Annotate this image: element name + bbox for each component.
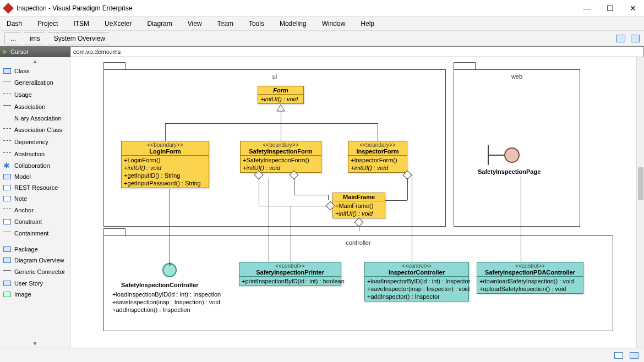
class-form[interactable]: Form +initUI() : void — [258, 86, 304, 104]
menu-project[interactable]: Project — [37, 20, 58, 28]
tool-n-ary-association[interactable]: N-ary Association — [0, 113, 70, 124]
class-sif-stereo: <<boundary>> — [243, 142, 319, 148]
tool-association[interactable]: Association — [0, 101, 70, 113]
menu-itsm[interactable]: ITSM — [73, 20, 89, 28]
tool-diagram-overview[interactable]: Diagram Overview — [0, 255, 70, 266]
rest-resource-icon — [3, 185, 11, 190]
anchor-icon — [3, 209, 11, 214]
tool-package[interactable]: Package — [0, 244, 70, 255]
tool-image[interactable]: Image — [0, 289, 70, 300]
tool-label: Collaboration — [14, 162, 50, 169]
menu-tools[interactable]: Tools — [249, 20, 264, 28]
tool-user-story[interactable]: User Story — [0, 278, 70, 289]
tool-collaboration[interactable]: ✱Collaboration — [0, 160, 70, 171]
class-sic-op2: +addInspection() : Inspection — [112, 306, 221, 314]
svg-marker-0 — [277, 105, 285, 111]
tool-label: Anchor — [14, 207, 34, 213]
breadcrumb-bar: ... ims System Overview — [0, 31, 644, 46]
usage-icon — [3, 93, 11, 98]
class-safetyinspectionprinter[interactable]: <<control>>SafetyInspectionPrinter +prin… — [239, 262, 341, 286]
dependency-icon — [3, 140, 11, 146]
user-story-icon — [3, 281, 11, 286]
toolbar-icon-2[interactable] — [631, 35, 640, 42]
tool-label: Model — [14, 173, 31, 180]
breadcrumb-system-overview[interactable]: System Overview — [48, 32, 113, 45]
tool-association-class[interactable]: Association Class — [0, 124, 70, 136]
statusbar — [0, 348, 644, 362]
minimize-button[interactable]: — — [580, 4, 593, 13]
breadcrumb-ims[interactable]: ims — [24, 32, 48, 45]
package-web[interactable]: web — [454, 69, 580, 227]
tool-cursor[interactable]: Cursor — [0, 46, 70, 57]
class-inspectorform[interactable]: <<boundary>>InspectorForm +InspectorForm… — [348, 141, 407, 173]
palette-collapse-down[interactable]: ▼ — [0, 339, 70, 348]
palette-collapse-up[interactable]: ▲ — [0, 57, 70, 65]
menu-dash[interactable]: Dash — [7, 20, 22, 28]
tool-label: Generic Connector — [14, 268, 65, 275]
package-path-input[interactable] — [70, 46, 644, 57]
menu-window[interactable]: Window — [322, 20, 346, 28]
image-icon — [3, 292, 11, 297]
class-loginform[interactable]: <<boundary>>LoginForm +LoginForm() +init… — [121, 141, 209, 188]
class-if-op1: +initUI() : void — [351, 164, 405, 172]
tool-palette: Cursor ▲ ClassGeneralizationUsageAssocia… — [0, 46, 70, 348]
note-icon — [3, 196, 11, 201]
class-if-op0: +InspectorForm() — [351, 156, 405, 164]
menu-diagram[interactable]: Diagram — [147, 20, 172, 28]
tool-label: Containment — [14, 230, 48, 237]
tool-generalization[interactable]: Generalization — [0, 76, 70, 89]
menu-uexceler[interactable]: UeXceler — [105, 20, 132, 28]
menu-modeling[interactable]: Modeling — [280, 20, 307, 28]
class-loginform-op0: +LoginForm() — [124, 156, 206, 164]
class-inspectorcontroller[interactable]: <<control>>InspectorController +loadInsp… — [364, 262, 469, 301]
class-sif-op0: +SafetyInspectionForm() — [243, 156, 319, 164]
tool-label: Note — [14, 195, 27, 202]
vertical-scrollbar[interactable] — [636, 57, 644, 348]
class-ic-name: InspectorController — [367, 269, 466, 276]
tool-rest-resource[interactable]: REST Resource — [0, 182, 70, 193]
toolbar-icon-1[interactable] — [616, 35, 625, 42]
breadcrumb-root[interactable]: ... — [4, 32, 24, 45]
generic-connector-icon — [3, 270, 11, 276]
generalization-arrowhead — [277, 105, 285, 111]
class-mainframe[interactable]: MainFrame +MainFrame() +initUI() : void — [332, 193, 385, 218]
tool-class[interactable]: Class — [0, 65, 70, 76]
tool-label: N-ary Association — [14, 115, 62, 122]
tool-model[interactable]: Model — [0, 171, 70, 182]
tool-constraint[interactable]: Constraint — [0, 216, 70, 227]
menubar: Dash Project ITSM UeXceler Diagram View … — [0, 17, 644, 31]
class-mainframe-op1: +initUI() : void — [335, 210, 383, 217]
class-sif-op1: +initUI() : void — [243, 164, 319, 172]
diagram-canvas[interactable]: ui web controller Form +initUI() : void — [70, 46, 644, 348]
tool-usage[interactable]: Usage — [0, 89, 70, 101]
class-form-name: Form — [260, 87, 301, 94]
tool-label: Association Class — [14, 127, 62, 133]
class-pdacontroller[interactable]: <<control>>SafetyInspectionPDAController… — [477, 262, 583, 294]
cursor-icon — [3, 50, 7, 54]
class-if-stereo: <<boundary>> — [351, 142, 405, 148]
class-pda-op1: +uploadSafetyInspection() : void — [479, 285, 581, 293]
tool-dependency[interactable]: Dependency — [0, 136, 70, 148]
menu-view[interactable]: View — [188, 20, 202, 28]
menu-team[interactable]: Team — [217, 20, 233, 28]
tool-cursor-label: Cursor — [10, 48, 29, 55]
package-web-label: web — [454, 73, 580, 80]
class-safetyinspectionform[interactable]: <<boundary>>SafetyInspectionForm +Safety… — [240, 141, 321, 173]
close-button[interactable]: ✕ — [626, 4, 640, 13]
mail-icon[interactable] — [614, 352, 623, 359]
class-ic-stereo: <<control>> — [367, 263, 466, 269]
tool-label: Association — [14, 103, 45, 110]
class-safetyinspectioncontroller[interactable] — [137, 263, 203, 278]
tool-generic-connector[interactable]: Generic Connector — [0, 266, 70, 278]
tool-anchor[interactable]: Anchor — [0, 204, 70, 216]
menu-help[interactable]: Help — [361, 20, 374, 28]
containment-icon — [3, 232, 11, 237]
tool-containment[interactable]: Containment — [0, 227, 70, 239]
association-class-icon — [3, 128, 11, 134]
doc-icon[interactable] — [630, 352, 638, 359]
maximize-button[interactable]: ☐ — [603, 4, 616, 13]
collaboration-icon: ✱ — [3, 163, 11, 168]
tool-abstraction[interactable]: Abstraction — [0, 148, 70, 160]
tool-note[interactable]: Note — [0, 193, 70, 204]
class-loginform-op3: +getInputPassword() : String — [124, 179, 206, 187]
